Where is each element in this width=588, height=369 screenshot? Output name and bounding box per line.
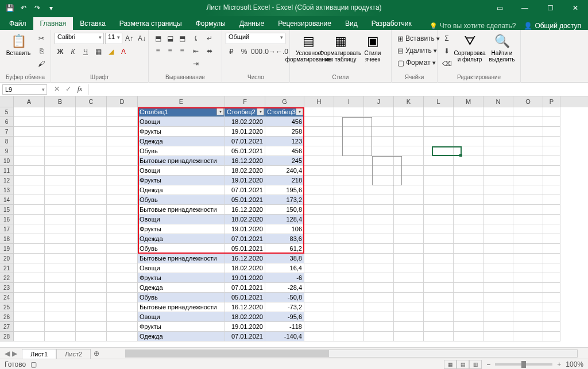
cell[interactable] — [483, 263, 513, 273]
inc-decimal-icon[interactable]: .0→ — [264, 46, 275, 57]
cell[interactable] — [304, 244, 334, 254]
cell[interactable] — [334, 185, 364, 195]
cell[interactable]: Обувь — [138, 146, 225, 156]
cell[interactable] — [513, 107, 543, 117]
cell[interactable] — [454, 244, 483, 254]
cell[interactable] — [454, 127, 483, 137]
insert-cells-button[interactable]: ⊞Вставить ▾ — [395, 33, 442, 44]
cell[interactable]: Одежда — [138, 185, 225, 195]
cell[interactable] — [364, 117, 394, 127]
maximize-icon[interactable]: ☐ — [537, 0, 563, 16]
align-center-icon[interactable]: ≡ — [164, 45, 176, 56]
sheet-nav-first-icon[interactable]: ◀ — [5, 349, 10, 358]
cell[interactable] — [543, 302, 560, 312]
cell[interactable] — [424, 293, 454, 302]
cell[interactable] — [14, 224, 45, 234]
bold-icon[interactable]: Ж — [55, 46, 66, 57]
cell[interactable] — [76, 127, 107, 137]
cell[interactable] — [304, 332, 334, 341]
col-header-D[interactable]: D — [107, 96, 138, 107]
row-header[interactable]: 20 — [0, 254, 14, 263]
cell[interactable] — [334, 224, 364, 234]
cell[interactable] — [107, 176, 138, 185]
cell[interactable] — [76, 176, 107, 185]
cell[interactable] — [424, 254, 454, 263]
cell[interactable] — [76, 254, 107, 263]
cell[interactable] — [364, 156, 394, 166]
cell[interactable]: 16.12.2020 — [225, 254, 265, 263]
cell[interactable] — [45, 117, 76, 127]
cell[interactable] — [14, 283, 45, 293]
row-header[interactable]: 15 — [0, 205, 14, 215]
cell[interactable] — [483, 224, 513, 234]
cell[interactable] — [364, 312, 394, 322]
italic-icon[interactable]: К — [67, 46, 79, 57]
col-header-B[interactable]: B — [45, 96, 76, 107]
cell[interactable] — [424, 166, 454, 176]
view-pagelayout-icon[interactable]: ▤ — [457, 360, 469, 369]
cell[interactable] — [107, 263, 138, 273]
cell[interactable] — [454, 293, 483, 302]
cell[interactable] — [483, 156, 513, 166]
cell[interactable]: 173,2 — [265, 195, 304, 205]
font-size-combo[interactable]: 11 — [105, 33, 122, 44]
cell[interactable] — [543, 234, 560, 244]
cell[interactable] — [107, 254, 138, 263]
scrollbar-thumb[interactable] — [126, 350, 329, 357]
col-header-M[interactable]: M — [454, 96, 483, 107]
cell[interactable] — [394, 205, 424, 215]
cell[interactable] — [107, 166, 138, 176]
cell[interactable] — [45, 273, 76, 283]
clear-icon[interactable]: ⌫ — [441, 58, 452, 69]
cell[interactable] — [454, 166, 483, 176]
cell[interactable]: 07.01.2021 — [225, 283, 265, 293]
row-header[interactable]: 18 — [0, 234, 14, 244]
cell[interactable] — [543, 273, 560, 283]
cell[interactable] — [76, 332, 107, 341]
cell[interactable] — [454, 224, 483, 234]
cell[interactable] — [14, 263, 45, 273]
cell[interactable]: 245 — [265, 156, 304, 166]
cell[interactable] — [513, 332, 543, 341]
cell[interactable] — [454, 283, 483, 293]
formula-input[interactable] — [88, 84, 587, 95]
cell[interactable] — [14, 146, 45, 156]
cell[interactable] — [483, 322, 513, 332]
align-top-icon[interactable]: ⬒ — [152, 33, 164, 44]
cell[interactable] — [454, 312, 483, 322]
col-header-J[interactable]: J — [364, 96, 394, 107]
cell[interactable]: 456 — [265, 146, 304, 156]
cell[interactable] — [107, 273, 138, 283]
cell[interactable] — [334, 205, 364, 215]
cell[interactable] — [454, 146, 483, 156]
cell[interactable] — [513, 273, 543, 283]
cell[interactable] — [107, 215, 138, 224]
col-header-C[interactable]: C — [76, 96, 107, 107]
cell[interactable]: Столбец1▾ — [138, 107, 225, 117]
cell[interactable] — [334, 146, 364, 156]
cell[interactable] — [543, 322, 560, 332]
cell[interactable] — [394, 234, 424, 244]
cell[interactable] — [364, 146, 394, 156]
cell[interactable] — [454, 234, 483, 244]
sort-filter-button[interactable]: ᗊСортировка и фильтр — [455, 33, 485, 64]
indent-inc-icon[interactable]: ⇥ — [190, 58, 202, 69]
cell[interactable] — [304, 322, 334, 332]
cell[interactable]: 195,6 — [265, 185, 304, 195]
cell[interactable]: 19.01.2020 — [225, 224, 265, 234]
cell[interactable]: Одежда — [138, 137, 225, 146]
cell[interactable] — [14, 215, 45, 224]
merge-icon[interactable]: ⬌ — [204, 45, 215, 57]
cell[interactable]: -140,4 — [265, 332, 304, 341]
cell[interactable] — [513, 195, 543, 205]
ribbon-options-icon[interactable]: ▭ — [487, 0, 512, 16]
cell[interactable] — [483, 293, 513, 302]
minimize-icon[interactable]: — — [512, 0, 537, 16]
cell[interactable] — [76, 293, 107, 302]
cell[interactable]: 83,6 — [265, 234, 304, 244]
col-header-O[interactable]: O — [513, 96, 543, 107]
row-header[interactable]: 11 — [0, 166, 14, 176]
cell[interactable] — [107, 185, 138, 195]
cell[interactable] — [424, 117, 454, 127]
cell[interactable] — [14, 166, 45, 176]
